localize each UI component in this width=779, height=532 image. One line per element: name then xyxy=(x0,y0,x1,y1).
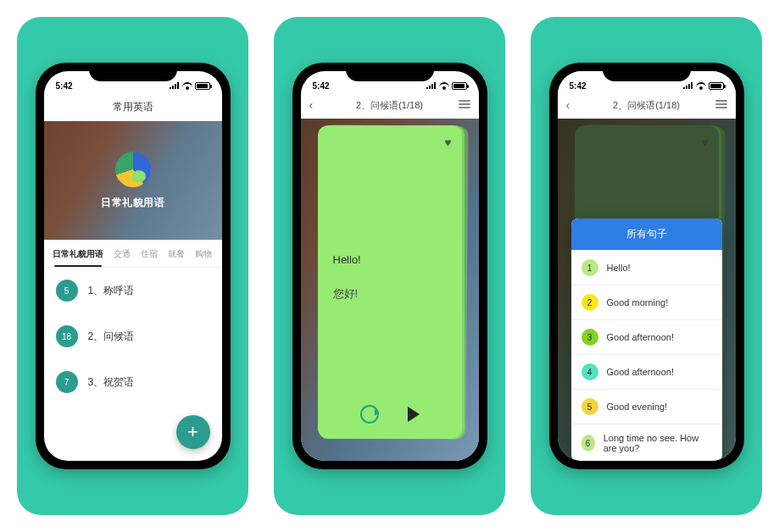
sentence-number: 3 xyxy=(581,329,598,346)
status-indicators xyxy=(683,82,724,90)
wifi-icon xyxy=(439,82,449,90)
status-time: 5:42 xyxy=(56,81,73,91)
play-button[interactable] xyxy=(408,407,420,422)
sentence-item[interactable]: 6 Long time no see. How are you? xyxy=(571,424,722,461)
notch xyxy=(603,63,691,81)
hero-title: 日常礼貌用语 xyxy=(101,196,164,210)
sentence-number: 2 xyxy=(581,294,598,311)
sentence-text: Good afternoon! xyxy=(607,367,675,377)
nav-title: 2、问候语(1/18) xyxy=(581,99,712,112)
playback-controls xyxy=(328,405,452,429)
status-indicators xyxy=(426,82,467,90)
showcase-panel-3: 5:42 ‹ 2、问候语(1/18) ♥ xyxy=(531,17,762,515)
list-item[interactable]: 18 2、问候语 xyxy=(44,313,222,359)
showcase-panel-2: 5:42 ‹ 2、问候语(1/18) ♥ Hello! xyxy=(274,17,505,515)
list-item[interactable]: 5 1、称呼语 xyxy=(44,268,222,313)
menu-button[interactable] xyxy=(455,100,470,110)
favorite-button[interactable]: ♥ xyxy=(444,136,451,149)
card-content: Hello! 您好! xyxy=(328,149,452,405)
sentence-text: Long time no see. How are you? xyxy=(604,433,712,453)
tab-lodging[interactable]: 住宿 xyxy=(136,240,163,267)
tab-shopping[interactable]: 购物 xyxy=(190,240,217,267)
status-time: 5:42 xyxy=(313,81,330,91)
nav-title: 2、问候语(1/18) xyxy=(325,99,455,112)
category-tabs[interactable]: 日常礼貌用语 交通 住宿 就餐 购物 旅 xyxy=(44,240,222,268)
sentence-text: Good morning! xyxy=(607,297,669,308)
battery-icon xyxy=(195,82,210,90)
tab-polite[interactable]: 日常礼貌用语 xyxy=(47,240,109,267)
screen-sentence-list: 5:42 ‹ 2、问候语(1/18) ♥ xyxy=(558,71,736,461)
hamburger-icon xyxy=(459,100,470,108)
flashcard-stage[interactable]: ♥ Hello! 您好! xyxy=(301,119,479,461)
status-time: 5:42 xyxy=(570,81,587,91)
list-item[interactable]: 7 3、祝贺语 xyxy=(44,359,222,405)
page-title: 常用英语 xyxy=(44,97,222,121)
screen-flashcard: 5:42 ‹ 2、问候语(1/18) ♥ Hello! xyxy=(301,71,479,461)
battery-icon xyxy=(709,82,724,90)
sentence-number: 6 xyxy=(581,435,595,452)
repeat-button[interactable] xyxy=(360,405,379,424)
sentence-number: 4 xyxy=(581,363,598,380)
showcase-panel-1: 5:42 常用英语 日常礼貌用语 日常礼貌用语 交通 住宿 就餐 购物 旅 xyxy=(17,17,248,515)
tab-travel[interactable]: 旅 xyxy=(217,240,222,267)
count-badge: 5 xyxy=(56,280,78,302)
phone-frame: 5:42 ‹ 2、问候语(1/18) ♥ xyxy=(549,63,744,469)
sentence-sheet: 所有句子 1 Hello! 2 Good morning! 3 Good aft… xyxy=(571,219,722,461)
sentence-item[interactable]: 2 Good morning! xyxy=(571,285,722,319)
status-indicators xyxy=(170,82,210,90)
flashcard[interactable]: ♥ Hello! 您好! xyxy=(318,125,462,439)
add-button[interactable]: + xyxy=(176,415,210,449)
chinese-text: 您好! xyxy=(333,286,452,302)
sentence-number: 1 xyxy=(581,259,598,276)
sentence-text: Good evening! xyxy=(607,402,668,412)
english-text: Hello! xyxy=(333,253,452,266)
screen-home: 5:42 常用英语 日常礼貌用语 日常礼貌用语 交通 住宿 就餐 购物 旅 xyxy=(44,71,222,461)
battery-icon xyxy=(452,82,467,90)
notch xyxy=(346,63,434,81)
wifi-icon xyxy=(696,82,706,90)
menu-button[interactable] xyxy=(712,100,727,110)
phone-frame: 5:42 常用英语 日常礼貌用语 日常礼貌用语 交通 住宿 就餐 购物 旅 xyxy=(36,63,231,469)
nav-bar: ‹ 2、问候语(1/18) xyxy=(301,97,479,119)
hero-banner: 日常礼貌用语 xyxy=(44,121,222,240)
phone-frame: 5:42 ‹ 2、问候语(1/18) ♥ Hello! xyxy=(292,63,487,469)
sentence-item[interactable]: 3 Good afternoon! xyxy=(571,319,722,354)
count-badge: 18 xyxy=(56,325,78,347)
tab-dining[interactable]: 就餐 xyxy=(163,240,190,267)
sentence-item[interactable]: 5 Good evening! xyxy=(571,389,722,424)
list-item-label: 1、称呼语 xyxy=(88,284,135,298)
sentence-text: Hello! xyxy=(607,263,631,273)
signal-icon xyxy=(683,82,693,89)
hamburger-icon xyxy=(715,100,727,108)
list-item-label: 3、祝贺语 xyxy=(88,375,135,390)
sentence-item[interactable]: 4 Good afternoon! xyxy=(571,354,722,389)
signal-icon xyxy=(170,82,180,89)
nav-bar: ‹ 2、问候语(1/18) xyxy=(558,97,736,119)
wifi-icon xyxy=(182,82,192,90)
flashcard-stage-dimmed: ♥ 所有句子 1 Hello! 2 Good xyxy=(558,119,736,461)
signal-icon xyxy=(426,82,437,89)
sentence-text: Good afternoon! xyxy=(607,332,675,342)
notch xyxy=(89,63,177,81)
sheet-title: 所有句子 xyxy=(571,219,722,250)
count-badge: 7 xyxy=(56,371,78,393)
tab-transport[interactable]: 交通 xyxy=(109,240,136,267)
list-item-label: 2、问候语 xyxy=(88,330,135,344)
back-button[interactable]: ‹ xyxy=(566,98,581,112)
back-button[interactable]: ‹ xyxy=(309,98,325,112)
app-logo-icon xyxy=(115,152,151,187)
sentence-number: 5 xyxy=(581,398,598,415)
sentence-item[interactable]: 1 Hello! xyxy=(571,250,722,285)
